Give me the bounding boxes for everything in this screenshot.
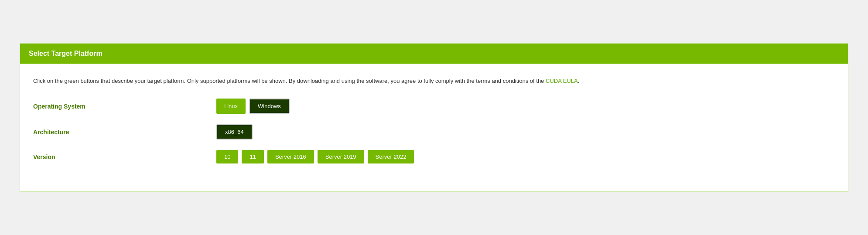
- os-windows-button[interactable]: Windows: [249, 99, 290, 114]
- panel-title: Select Target Platform: [29, 50, 103, 57]
- version-buttons: 10 11 Server 2016 Server 2019 Server 202…: [216, 150, 414, 163]
- description-part1: Click on the green buttons that describe…: [33, 78, 546, 84]
- description-part2: .: [578, 78, 580, 84]
- version-label: Version: [33, 153, 216, 160]
- version-server2019-button[interactable]: Server 2019: [318, 150, 364, 163]
- version-11-button[interactable]: 11: [242, 150, 263, 163]
- architecture-label: Architecture: [33, 129, 216, 136]
- cuda-eula-link[interactable]: CUDA EULA: [546, 78, 578, 84]
- version-row: Version 10 11 Server 2016 Server 2019 Se…: [33, 150, 835, 163]
- version-server2022-button[interactable]: Server 2022: [368, 150, 414, 163]
- version-10-button[interactable]: 10: [216, 150, 238, 163]
- panel-content: Click on the green buttons that describe…: [20, 64, 848, 192]
- architecture-buttons: x86_64: [216, 124, 253, 140]
- architecture-row: Architecture x86_64: [33, 124, 835, 140]
- os-linux-button[interactable]: Linux: [216, 99, 246, 114]
- operating-system-buttons: Linux Windows: [216, 99, 290, 114]
- arch-x86_64-button[interactable]: x86_64: [216, 124, 253, 140]
- operating-system-row: Operating System Linux Windows: [33, 99, 835, 114]
- panel-header: Select Target Platform: [20, 44, 848, 64]
- platform-selector-panel: Select Target Platform Click on the gree…: [20, 43, 848, 192]
- operating-system-label: Operating System: [33, 103, 216, 110]
- description-text: Click on the green buttons that describe…: [33, 77, 835, 86]
- version-server2016-button[interactable]: Server 2016: [267, 150, 314, 163]
